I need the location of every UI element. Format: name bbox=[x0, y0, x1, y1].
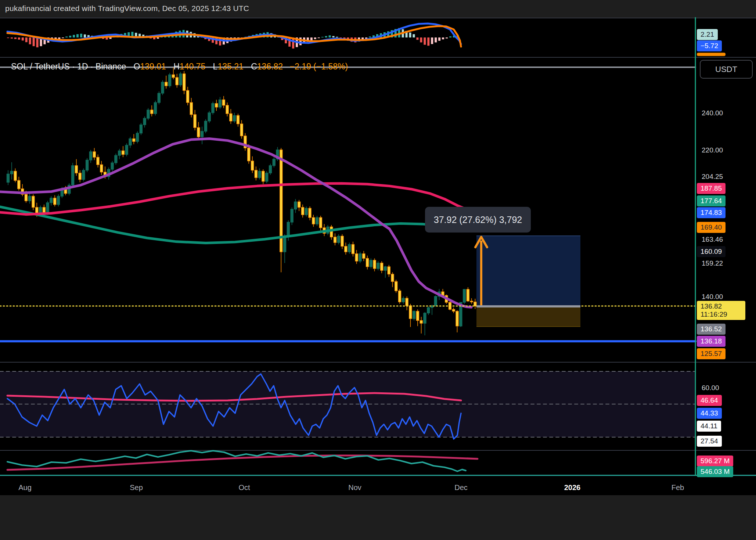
price-label: 163.46 bbox=[702, 235, 723, 244]
low-value: 135.21 bbox=[217, 62, 243, 71]
open-value: 139.01 bbox=[140, 62, 166, 71]
price-badge: 177.64 bbox=[697, 195, 726, 206]
close-label: C bbox=[251, 62, 257, 71]
close-value: 136.82 bbox=[257, 62, 283, 71]
price-label: 240.00 bbox=[702, 109, 723, 117]
currency-toggle-button[interactable]: USDT bbox=[700, 60, 753, 79]
price-badge: 160.09 bbox=[697, 246, 726, 257]
time-label-sep: Sep bbox=[130, 483, 143, 492]
price-label: 159.22 bbox=[702, 259, 723, 267]
low-label: L bbox=[213, 62, 218, 71]
price-badge: 44.11 bbox=[697, 421, 721, 432]
price-badge: 174.83 bbox=[697, 207, 726, 218]
price-label: 140.00 bbox=[702, 293, 723, 301]
time-label-oct: Oct bbox=[238, 483, 250, 492]
measurement-tooltip: 37.92 (27.62%) 3,792 bbox=[425, 207, 531, 233]
change-value: −2.19 (−1.58%) bbox=[290, 62, 348, 71]
price-badge: 169.40 bbox=[697, 222, 726, 233]
price-badge: 125.57 bbox=[697, 348, 726, 359]
high-value: 140.75 bbox=[180, 62, 205, 71]
signal-value-strip bbox=[697, 53, 726, 56]
price-badge: 27.54 bbox=[697, 436, 722, 447]
chart-window: pukafinancial created with TradingView.c… bbox=[0, 0, 756, 540]
chart-canvas[interactable] bbox=[0, 0, 756, 540]
price-badge: 136.8211:16:29 bbox=[697, 301, 745, 320]
price-badge: 596.27 M bbox=[697, 456, 733, 467]
price-label: 220.00 bbox=[702, 146, 723, 154]
time-label-aug: Aug bbox=[18, 483, 32, 492]
high-label: H bbox=[173, 62, 180, 71]
price-badge: 46.64 bbox=[697, 395, 722, 406]
open-label: O bbox=[134, 62, 140, 71]
symbol-ohlc-bar[interactable]: SOL / TetherUS · 1D · Binance O139.01 H1… bbox=[11, 62, 348, 72]
time-label-2026: 2026 bbox=[564, 483, 581, 492]
time-label-dec: Dec bbox=[454, 483, 468, 492]
price-badge: 2.21 bbox=[697, 29, 718, 40]
time-label-nov: Nov bbox=[348, 483, 361, 492]
price-badge: −5.72 bbox=[697, 40, 722, 51]
symbol-title[interactable]: SOL / TetherUS · 1D · Binance bbox=[11, 62, 126, 71]
price-badge: 136.18 bbox=[697, 336, 726, 347]
time-label-feb: Feb bbox=[672, 483, 684, 492]
countdown-timer: 11:16:29 bbox=[701, 310, 742, 318]
measurement-tooltip-text: 37.92 (27.62%) 3,792 bbox=[434, 215, 522, 225]
price-badge: 546.03 M bbox=[697, 466, 733, 477]
price-label: 60.00 bbox=[702, 384, 719, 392]
price-badge: 187.85 bbox=[697, 183, 726, 194]
footer-bar: TradingView bbox=[0, 495, 756, 540]
price-label: 204.25 bbox=[702, 173, 723, 181]
price-badge: 136.52 bbox=[697, 324, 726, 335]
price-badge: 44.33 bbox=[697, 408, 722, 419]
